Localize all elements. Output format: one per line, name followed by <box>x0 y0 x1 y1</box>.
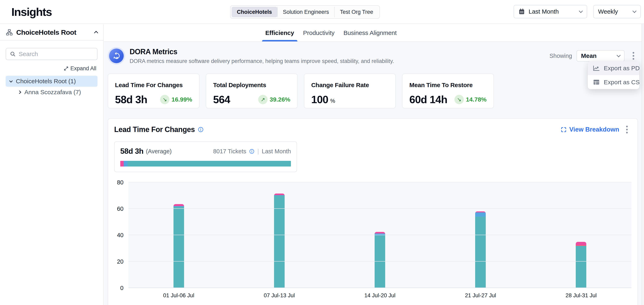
date-range-dropdown[interactable]: Last Month <box>514 5 587 18</box>
metric-card-value: 564 <box>213 93 230 106</box>
tab-efficiency[interactable]: Efficiency <box>262 24 298 41</box>
main-content: DORA Metrics DORA metrics measure softwa… <box>104 42 642 305</box>
x-tick-label: 14 Jul-20 Jul <box>330 293 430 299</box>
trend-down-icon: ↘ <box>160 95 170 104</box>
info-icon[interactable] <box>198 126 204 133</box>
iteration-cycle-icon <box>109 48 124 63</box>
chart-export-icon <box>592 64 600 72</box>
bar-segment-planning <box>576 242 586 246</box>
bar-slot <box>229 182 330 288</box>
y-tick-label: 0 <box>120 285 124 292</box>
average-period-label: Last Month <box>262 148 291 155</box>
metric-tabs: Efficiency Productivity Business Alignme… <box>104 24 644 42</box>
bar-slot <box>128 182 229 288</box>
bar-segment-deployment <box>374 235 385 288</box>
distribution-segment-review <box>124 161 128 167</box>
aggregation-value: Mean <box>581 52 615 59</box>
phase-distribution-bar <box>120 161 291 167</box>
org-tab-test-org-tree[interactable]: Test Org Tree <box>334 7 378 17</box>
chevron-up-icon[interactable] <box>94 31 98 35</box>
y-tick-label: 80 <box>117 179 124 186</box>
stacked-bar[interactable] <box>274 194 284 288</box>
table-icon <box>592 78 600 86</box>
x-tick-label: 07 Jul-13 Jul <box>229 293 330 299</box>
lead-time-more-menu-button[interactable] <box>622 124 632 135</box>
bar-segment-deployment <box>475 217 486 288</box>
export-menu: Export as PDF Export as CSV <box>588 61 639 89</box>
date-range-value: Last Month <box>528 8 576 15</box>
view-breakdown-label: View Breakdown <box>569 126 619 133</box>
expand-all-label: Expand All <box>70 65 96 72</box>
chevron-down-icon <box>616 53 621 57</box>
vertical-scrollbar[interactable] <box>642 24 644 305</box>
org-tab-choicehotels[interactable]: ChoiceHotels <box>232 7 277 17</box>
metric-card-unit: % <box>330 98 335 104</box>
chart-y-axis: 020406080 <box>114 182 128 288</box>
dora-description: DORA metrics measure software delivery p… <box>130 58 550 64</box>
metric-card-delta: 16.99% <box>172 96 192 103</box>
dora-metrics-header: DORA Metrics DORA metrics measure softwa… <box>108 47 638 65</box>
metric-card-title: Total Deployments <box>213 82 290 88</box>
distribution-segment-planning <box>120 161 124 167</box>
export-pdf-menu-item[interactable]: Export as PDF <box>588 61 639 75</box>
stacked-bar[interactable] <box>374 232 385 288</box>
bar-segment-planning <box>374 232 385 234</box>
info-icon[interactable] <box>249 149 254 154</box>
bar-segment-deployment <box>576 246 586 288</box>
lead-time-section: Lead Time For Changes View Breakdown <box>108 118 638 305</box>
tree-node-anna-scozzafava[interactable]: Anna Scozzafava (7) <box>14 87 98 98</box>
org-tab-solution-engineers[interactable]: Solution Engineers <box>277 7 334 17</box>
view-breakdown-button[interactable]: View Breakdown <box>560 126 619 133</box>
aggregation-dropdown[interactable]: Mean <box>576 50 624 61</box>
x-tick-label: 01 Jul-06 Jul <box>128 293 229 299</box>
chevron-right-icon[interactable] <box>18 91 21 94</box>
stacked-bar[interactable] <box>475 211 486 288</box>
average-value: 58d 3h <box>120 147 144 156</box>
metric-card-delta: 14.78% <box>466 96 486 103</box>
y-tick-label: 40 <box>117 232 124 239</box>
sidebar-title: ChoiceHotels Root <box>16 28 92 36</box>
export-csv-menu-item[interactable]: Export as CSV <box>588 75 639 89</box>
metric-card-title: Change Failure Rate <box>311 82 388 88</box>
metric-card-total-deployments: Total Deployments 564 ↗ 39.26% <box>206 73 298 108</box>
dora-icon-ring <box>108 47 125 65</box>
stacked-bar[interactable] <box>576 242 586 288</box>
chevron-down-icon[interactable] <box>9 79 13 83</box>
stacked-bar[interactable] <box>174 204 184 288</box>
tab-productivity[interactable]: Productivity <box>300 24 338 41</box>
y-tick-label: 60 <box>117 206 124 212</box>
metric-card-lead-time: Lead Time For Changes 58d 3h ↘ 16.99% <box>108 73 200 108</box>
granularity-dropdown[interactable]: Weekly <box>593 5 641 18</box>
expand-corners-icon <box>560 126 567 133</box>
granularity-value: Weekly <box>598 8 629 15</box>
trend-up-icon: ↗ <box>258 95 268 104</box>
metric-card-change-failure-rate: Change Failure Rate 100 % <box>304 73 396 108</box>
lead-time-chart: 020406080 <box>114 182 632 288</box>
org-tree: ChoiceHotels Root (1) Anna Scozzafava (7… <box>6 76 98 98</box>
dora-more-menu-button[interactable] <box>629 50 638 61</box>
metric-card-title: Lead Time For Changes <box>115 82 192 88</box>
org-tree-icon <box>6 29 13 36</box>
org-tree-sidebar: ChoiceHotels Root Expand All ChoiceHotel… <box>0 24 104 305</box>
x-tick-label: 21 Jul-27 Jul <box>430 293 531 299</box>
metric-card-value: 58d 3h <box>115 93 147 106</box>
tree-node-choicehotels-root[interactable]: ChoiceHotels Root (1) <box>6 76 98 87</box>
sidebar-header[interactable]: ChoiceHotels Root <box>0 24 103 41</box>
bar-segment-deployment <box>274 196 284 288</box>
x-tick-label: 28 Jul-31 Jul <box>531 293 632 299</box>
metric-cards-row: Lead Time For Changes 58d 3h ↘ 16.99% To… <box>108 73 638 108</box>
metric-card-value: 60d 14h <box>409 93 447 106</box>
average-suffix: (Average) <box>146 148 172 155</box>
distribution-segment-deployment <box>128 161 291 167</box>
top-header: Insights ChoiceHotels Solution Engineers… <box>0 0 644 24</box>
lead-time-title: Lead Time For Changes <box>114 125 195 134</box>
expand-all-button[interactable]: Expand All <box>64 65 96 72</box>
sidebar-search <box>6 48 98 60</box>
metric-card-title: Mean Time To Restore <box>409 82 486 88</box>
gridline <box>128 208 632 209</box>
metric-card-mean-time-to-restore: Mean Time To Restore 60d 14h ↘ 14.78% <box>402 73 494 108</box>
export-pdf-label: Export as PDF <box>604 65 639 72</box>
tab-business-alignment[interactable]: Business Alignment <box>340 24 400 41</box>
chart-plot <box>128 182 632 288</box>
search-input[interactable] <box>19 50 94 57</box>
